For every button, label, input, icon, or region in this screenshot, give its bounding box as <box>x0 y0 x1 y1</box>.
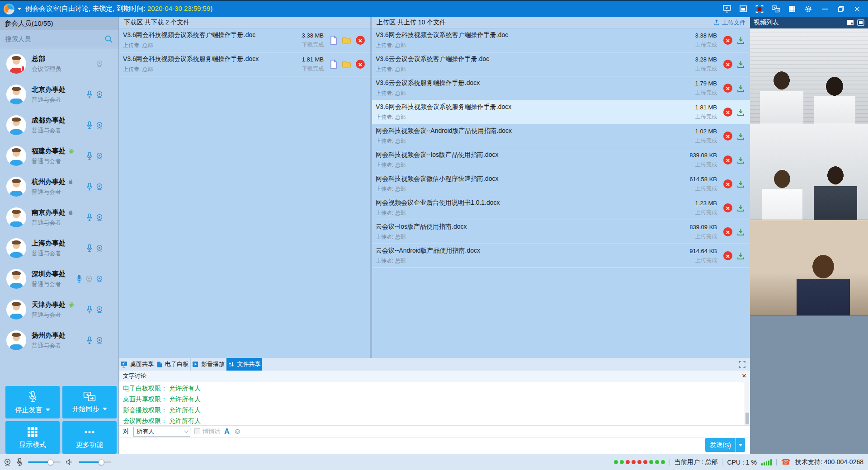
participant-av-icons[interactable] <box>86 336 118 344</box>
speaker-icon[interactable] <box>66 459 74 465</box>
font-style-icon[interactable]: A <box>224 428 230 436</box>
download-file-row[interactable]: V3.6网会科技视频会议系统客户端操作手册.doc 上传者: 总部 3.38 M… <box>119 28 370 52</box>
save-download-icon[interactable] <box>737 252 745 260</box>
whisper-checkbox[interactable] <box>194 428 200 434</box>
upload-file-row[interactable]: 网会科技视频会议--Android版产品使用指南.docx 上传者: 总部 1.… <box>372 124 750 148</box>
participant-av-icons[interactable] <box>86 152 118 160</box>
panel-tab[interactable]: 桌面共享 <box>119 358 155 371</box>
sidebar-action-button[interactable]: 开始同步 <box>62 386 117 418</box>
minimize-icon[interactable] <box>820 5 829 14</box>
delete-icon[interactable] <box>723 108 732 117</box>
sidebar-action-button[interactable]: 显示模式 <box>5 421 60 454</box>
save-download-icon[interactable] <box>737 132 745 140</box>
upload-file-row[interactable]: 网会科技视频会议微信小程序快速指南.docx 上传者: 总部 614.58 KB… <box>372 172 750 196</box>
save-download-icon[interactable] <box>737 61 745 68</box>
participant-row[interactable]: 总部 会议管理员 <box>0 48 118 79</box>
upload-file-row[interactable]: 网会视频会议企业后台使用说明书1.0.1.docx 上传者: 总部 1.23 M… <box>372 196 750 220</box>
upload-file-row[interactable]: V3.6云会议系统服务端操作手册.docx 上传者: 总部 1.79 MB 上传… <box>372 76 750 100</box>
participant-av-icons[interactable] <box>86 121 118 129</box>
video-feed[interactable] <box>750 28 868 124</box>
window-preview-icon[interactable] <box>739 5 748 14</box>
video-monitor-icon[interactable] <box>857 19 864 26</box>
save-download-icon[interactable] <box>737 228 745 236</box>
delete-icon[interactable] <box>723 60 732 69</box>
upload-file-button[interactable]: 上传文件 <box>713 19 745 27</box>
participant-row[interactable]: 成都办事处 普通与会者 <box>0 110 118 141</box>
delete-icon[interactable] <box>723 227 732 236</box>
participant-row[interactable]: 福建办事处 普通与会者 <box>0 141 118 171</box>
open-file-icon[interactable] <box>330 36 337 45</box>
emoji-icon[interactable] <box>234 427 241 436</box>
layout-grid-icon[interactable] <box>788 5 797 14</box>
expand-icon[interactable] <box>739 361 745 368</box>
save-download-icon[interactable] <box>737 85 745 92</box>
chevron-down-icon[interactable] <box>46 409 50 411</box>
maximize-icon[interactable] <box>836 5 845 14</box>
save-download-icon[interactable] <box>737 204 745 212</box>
participant-row[interactable]: 深圳办事处 普通与会者 <box>0 263 118 294</box>
delete-icon[interactable] <box>356 36 365 45</box>
speaker-volume-slider[interactable] <box>79 461 111 463</box>
record-icon[interactable] <box>755 5 764 14</box>
participant-row[interactable]: 北京办事处 普通与会者 <box>0 79 118 110</box>
upload-file-row[interactable]: 云会议--Android版产品使用指南.docx 上传者: 总部 914.64 … <box>372 244 750 268</box>
webcam-icon[interactable] <box>4 458 11 466</box>
open-file-icon[interactable] <box>330 60 337 69</box>
participant-row[interactable]: 南京办事处 普通与会者 <box>0 202 118 233</box>
panel-tab[interactable]: 电子白板 <box>155 358 191 371</box>
video-feed[interactable] <box>750 220 868 316</box>
upload-file-row[interactable]: V3.6网会科技视频会议系统服务端操作手册.docx 上传者: 总部 1.81 … <box>372 100 750 124</box>
participant-row[interactable]: 天津办事处 普通与会者 <box>0 294 118 325</box>
open-folder-icon[interactable] <box>342 37 351 44</box>
delete-icon[interactable] <box>723 84 732 93</box>
slider-thumb[interactable] <box>99 459 104 465</box>
sidebar-action-button[interactable]: 更多功能 <box>62 421 117 454</box>
scroll-thumb[interactable] <box>745 413 749 424</box>
send-options-caret[interactable] <box>736 438 745 452</box>
video-window-icon[interactable] <box>847 19 854 26</box>
search-icon[interactable] <box>104 35 113 43</box>
participant-row[interactable]: 扬州办事处 普通与会者 <box>0 325 118 356</box>
panel-tab[interactable]: 文件共享 <box>226 358 262 371</box>
upload-file-row[interactable]: 云会议--Ios版产品使用指南.docx 上传者: 总部 839.09 KB 上… <box>372 220 750 244</box>
mic-muted-icon[interactable] <box>16 458 23 466</box>
participant-av-icons[interactable] <box>86 183 118 191</box>
delete-icon[interactable] <box>723 155 732 164</box>
participant-av-icons[interactable] <box>86 244 118 252</box>
delete-icon[interactable] <box>723 36 732 45</box>
participant-row[interactable]: 杭州办事处 普通与会者 <box>0 171 118 202</box>
save-download-icon[interactable] <box>737 37 745 44</box>
upload-file-row[interactable]: 网会科技视频会议--Ios版产品使用指南.docx 上传者: 总部 839.08… <box>372 148 750 172</box>
delete-icon[interactable] <box>723 179 732 188</box>
participant-av-icons[interactable] <box>86 90 118 99</box>
screen-share-icon[interactable] <box>722 5 731 14</box>
mic-volume-slider[interactable] <box>28 461 61 463</box>
close-icon[interactable] <box>742 372 746 380</box>
participant-av-icons[interactable] <box>86 213 118 221</box>
chevron-down-icon[interactable] <box>103 408 107 410</box>
panel-tab[interactable]: 影音播放 <box>191 358 226 371</box>
save-download-icon[interactable] <box>737 180 745 188</box>
sidebar-action-button[interactable]: 停止发言 <box>5 386 60 418</box>
participant-av-icons[interactable] <box>96 60 118 68</box>
close-icon[interactable] <box>853 5 862 14</box>
send-button[interactable]: 发送(S) <box>705 438 745 452</box>
settings-gear-icon[interactable] <box>804 5 813 14</box>
save-download-icon[interactable] <box>737 108 745 116</box>
recipient-select[interactable]: 所有人 <box>133 427 190 437</box>
search-input[interactable]: 搜索人员 <box>0 30 118 48</box>
video-feed[interactable] <box>750 124 868 220</box>
participant-av-icons[interactable] <box>86 306 118 314</box>
save-download-icon[interactable] <box>737 156 745 164</box>
download-file-row[interactable]: V3.6网会科技视频会议系统服务端操作手册.docx 上传者: 总部 1.81 … <box>119 52 370 76</box>
participant-av-icons[interactable] <box>76 275 118 283</box>
delete-icon[interactable] <box>723 251 732 260</box>
chevron-down-icon[interactable] <box>17 8 22 10</box>
delete-icon[interactable] <box>723 203 732 212</box>
delete-icon[interactable] <box>356 60 365 69</box>
upload-file-row[interactable]: V3.6云会议会议系统客户端操作手册.doc 上传者: 总部 3.28 MB 上… <box>372 52 750 76</box>
pc-sync-icon[interactable] <box>771 5 780 14</box>
slider-thumb[interactable] <box>48 459 54 465</box>
participant-row[interactable]: 上海办事处 普通与会者 <box>0 233 118 263</box>
delete-icon[interactable] <box>723 132 732 141</box>
